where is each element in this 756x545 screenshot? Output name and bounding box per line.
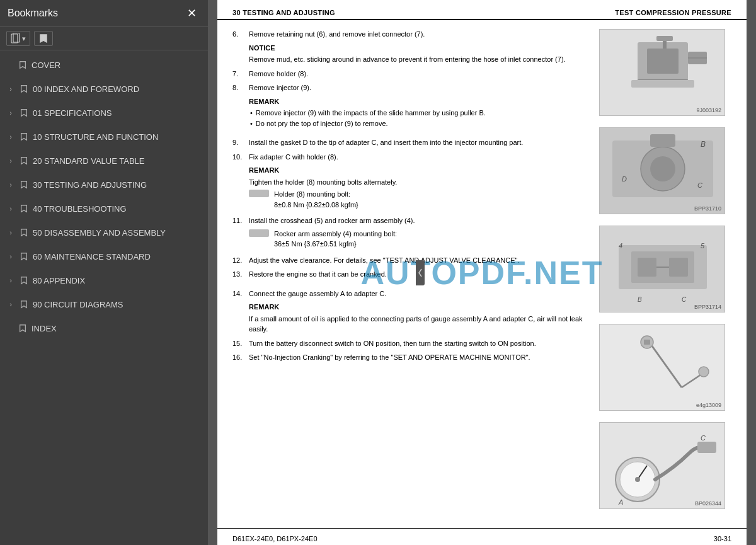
step-content-6: Remove retaining nut (6), and remove inl… bbox=[249, 29, 589, 65]
svg-text:A: A bbox=[618, 498, 623, 506]
step-content-8: Remove injector (9). REMARK Remove injec… bbox=[249, 83, 589, 129]
tech-image-3: B C 4 5 BPP31714 bbox=[599, 226, 725, 313]
close-button[interactable]: ✕ bbox=[183, 5, 200, 21]
bolt-icon-10 bbox=[249, 190, 269, 197]
svg-rect-6 bbox=[647, 49, 679, 74]
sidebar-item-index[interactable]: INDEX bbox=[0, 316, 208, 340]
svg-rect-1 bbox=[13, 33, 20, 42]
remark-text-10: Tighten the holder (8) mounting bolts al… bbox=[249, 177, 589, 188]
expand-arrow-40: › bbox=[6, 205, 15, 212]
sidebar-item-80[interactable]: › 80 APPENDIX bbox=[0, 268, 208, 292]
sidebar-item-60[interactable]: › 60 MAINTENANCE STANDARD bbox=[0, 244, 208, 268]
bookmark-icon-01 bbox=[19, 108, 29, 117]
step-7: 7. Remove holder (8). bbox=[232, 69, 589, 79]
sidebar-item-40[interactable]: › 40 TROUBLESHOOTING bbox=[0, 197, 208, 221]
dropdown-arrow-icon: ▾ bbox=[22, 35, 26, 43]
sidebar-collapse-handle[interactable] bbox=[416, 260, 425, 285]
step-num-8: 8. bbox=[232, 83, 244, 129]
bookmarks-list-icon bbox=[11, 33, 21, 43]
step-12: 12. Adjust the valve clearance. For deta… bbox=[232, 255, 589, 266]
bookmark-icon-40 bbox=[19, 204, 29, 213]
sidebar-toolbar: ▾ bbox=[0, 27, 208, 50]
sidebar-label-index: INDEX bbox=[32, 324, 202, 333]
image-label-2: BPP31710 bbox=[694, 205, 721, 212]
expand-arrow-60: › bbox=[6, 253, 15, 260]
svg-text:B: B bbox=[701, 140, 706, 149]
expand-arrow-00: › bbox=[6, 85, 15, 93]
bookmarks-view-button[interactable]: ▾ bbox=[6, 31, 30, 46]
tech-image-2-svg: B D C bbox=[600, 128, 725, 214]
expand-arrow-50: › bbox=[6, 229, 15, 236]
step-text-13: Restore the engine so that it can be cra… bbox=[249, 270, 387, 278]
tech-image-1: 9J003192 bbox=[599, 29, 725, 116]
svg-rect-36 bbox=[644, 340, 650, 345]
footer-page: 30-31 bbox=[714, 535, 731, 542]
notice-text-6: Remove mud, etc. sticking around in adva… bbox=[249, 54, 589, 65]
step-text-6: Remove retaining nut (6), and remove inl… bbox=[249, 30, 425, 38]
sidebar-label-10: 10 STRUCTURE AND FUNCTION bbox=[33, 132, 202, 142]
sidebar-label-30: 30 TESTING AND ADJUSTING bbox=[33, 180, 202, 190]
svg-text:C: C bbox=[682, 296, 687, 303]
bookmark-icon-80 bbox=[19, 276, 29, 285]
sidebar-label-40: 40 TROUBLESHOOTING bbox=[33, 204, 202, 214]
step-14: 14. Connect the gauge assembly A to adap… bbox=[232, 289, 589, 335]
sidebar-label-90: 90 CIRCUIT DIAGRAMS bbox=[33, 300, 202, 309]
sidebar-item-30[interactable]: › 30 TESTING AND ADJUSTING bbox=[0, 173, 208, 197]
svg-rect-0 bbox=[11, 34, 18, 43]
step-num-12: 12. bbox=[232, 255, 244, 266]
step-num-15: 15. bbox=[232, 338, 244, 349]
sidebar-item-00[interactable]: › 00 INDEX AND FOREWORD bbox=[0, 77, 208, 101]
sidebar-item-10[interactable]: › 10 STRUCTURE AND FUNCTION bbox=[0, 125, 208, 149]
step-text-7: Remove holder (8). bbox=[249, 70, 308, 77]
bookmark-icon-90 bbox=[19, 300, 29, 309]
svg-text:D: D bbox=[622, 175, 627, 183]
step-text-9: Install the gasket D to the tip of adapt… bbox=[249, 139, 523, 146]
step-6: 6. Remove retaining nut (6), and remove … bbox=[232, 29, 589, 65]
bullet-8-2: Do not pry the top of injector (9) to re… bbox=[250, 118, 589, 129]
bookmark-icon-30 bbox=[19, 180, 29, 189]
sidebar-item-50[interactable]: › 50 DISASSEMBLY AND ASSEMBLY bbox=[0, 221, 208, 244]
step-content-16: Set "No-Injection Cranking" by referring… bbox=[249, 352, 589, 363]
sidebar-item-90[interactable]: › 90 CIRCUIT DIAGRAMS bbox=[0, 292, 208, 316]
sidebar-item-20[interactable]: › 20 STANDARD VALUE TABLE bbox=[0, 149, 208, 173]
sidebar-header: Bookmarks ✕ bbox=[0, 0, 208, 27]
tech-image-1-svg bbox=[600, 30, 725, 116]
step-content-9: Install the gasket D to the tip of adapt… bbox=[249, 137, 589, 148]
step-text-16: Set "No-Injection Cranking" by referring… bbox=[249, 353, 530, 361]
step-content-10: Fix adapter C with holder (8). REMARK Ti… bbox=[249, 152, 589, 212]
sidebar-label-20: 20 STANDARD VALUE TABLE bbox=[33, 156, 202, 166]
image-label-4: e4g13009 bbox=[696, 402, 721, 408]
bolt-value-10: 8±0.8 Nm {0.82±0.08 kgfm} bbox=[274, 201, 358, 209]
add-bookmark-button[interactable] bbox=[34, 31, 53, 46]
step-num-13: 13. bbox=[232, 269, 244, 280]
svg-rect-17 bbox=[650, 134, 675, 147]
step-8: 8. Remove injector (9). REMARK Remove in… bbox=[232, 83, 589, 129]
expand-arrow-20: › bbox=[6, 157, 15, 164]
remark-label-10: REMARK bbox=[249, 165, 589, 176]
page-footer: D61EX-24E0, D61PX-24E0 30-31 bbox=[217, 528, 747, 545]
tech-image-4-svg bbox=[600, 324, 725, 411]
sidebar-item-01[interactable]: › 01 SPECIFICATIONS bbox=[0, 101, 208, 125]
svg-text:4: 4 bbox=[619, 242, 622, 250]
svg-point-35 bbox=[699, 367, 709, 377]
svg-rect-42 bbox=[697, 442, 716, 453]
text-column: 6. Remove retaining nut (6), and remove … bbox=[232, 29, 589, 509]
sidebar-item-cover[interactable]: COVER bbox=[0, 53, 208, 77]
svg-text:C: C bbox=[701, 434, 706, 442]
expand-arrow-01: › bbox=[6, 109, 15, 117]
step-9: 9. Install the gasket D to the tip of ad… bbox=[232, 137, 589, 148]
step-content-7: Remove holder (8). bbox=[249, 69, 589, 79]
step-num-14: 14. bbox=[232, 289, 244, 335]
sidebar: Bookmarks ✕ ▾ COVER › bbox=[0, 0, 208, 545]
step-16: 16. Set "No-Injection Cranking" by refer… bbox=[232, 352, 589, 363]
bookmark-icon-50 bbox=[19, 228, 29, 237]
step-11: 11. Install the crosshead (5) and rocker… bbox=[232, 215, 589, 251]
bookmark-icon-20 bbox=[19, 156, 29, 165]
svg-rect-10 bbox=[631, 80, 694, 88]
step-content-11: Install the crosshead (5) and rocker arm… bbox=[249, 215, 589, 251]
step-text-10: Fix adapter C with holder (8). bbox=[249, 153, 338, 161]
page-body: 6. Remove retaining nut (6), and remove … bbox=[217, 26, 747, 522]
remark-text-14: If a small amount of oil is applied to t… bbox=[249, 314, 589, 335]
expand-arrow-30: › bbox=[6, 181, 15, 188]
step-content-14: Connect the gauge assembly A to adapter … bbox=[249, 289, 589, 335]
